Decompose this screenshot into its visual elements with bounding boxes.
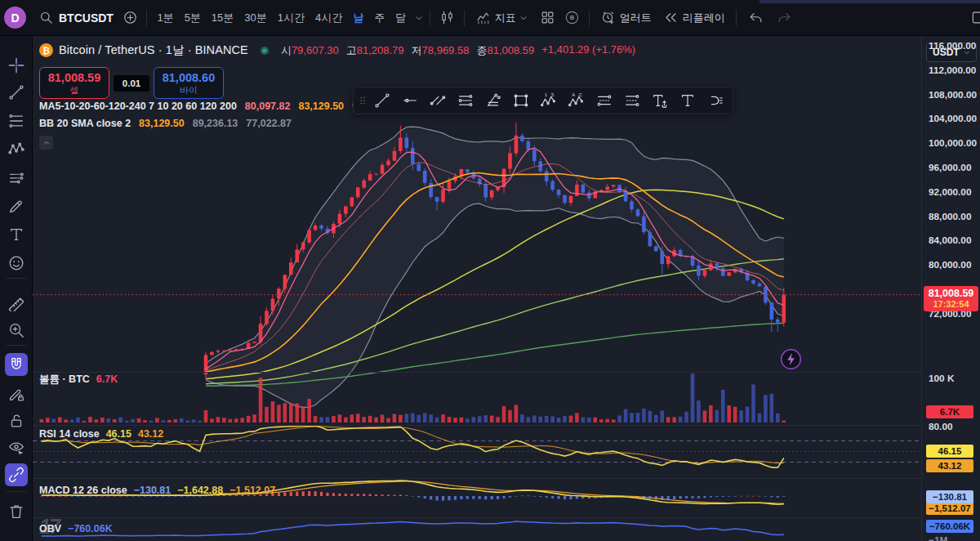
instant-order-lightning-icon[interactable] <box>780 348 802 370</box>
macd-pane-label[interactable]: MACD 12 26 close −130.81 −1,642.88 −1,51… <box>39 485 275 496</box>
sidebar-tool-crosshair-icon[interactable] <box>5 54 28 77</box>
macd-value: −1,642.88 <box>177 485 223 496</box>
buy-button[interactable]: 81,008.60 바이 <box>154 67 224 99</box>
macd-signal-value: −1,512.07 <box>229 485 275 496</box>
divider <box>589 10 590 26</box>
draw-tool-schematic-fork-icon[interactable] <box>702 89 729 112</box>
price-tick: 84,000.00 <box>929 235 971 246</box>
volume-pane-label[interactable]: 볼륨 · BTC 6.7K <box>39 373 118 387</box>
draw-tool-trend-line-icon[interactable] <box>368 89 396 112</box>
chart-title[interactable]: Bitcoin / TetherUS · 1날 · BINANCE <box>59 42 248 58</box>
sell-button[interactable]: 81,008.59 셀 <box>39 67 109 99</box>
draw-tool-dotted-channel-icon[interactable] <box>590 89 618 112</box>
divider <box>430 10 430 26</box>
pane-separator[interactable] <box>33 517 980 518</box>
price-tick: 88,000.00 <box>929 211 971 222</box>
floating-drawing-toolbar[interactable]: 15AC <box>353 87 733 114</box>
timeframe-날[interactable]: 날 <box>348 11 369 25</box>
high-value: 81,208.79 <box>357 44 404 56</box>
symbol-search[interactable]: BTCUSDT <box>33 6 119 30</box>
price-tick: 112,000.00 <box>929 65 976 76</box>
chart-area[interactable]: ₿ Bitcoin / TetherUS · 1날 · BINANCE 시79,… <box>33 36 921 541</box>
ohlc-values: 시79,607.30 고81,208.79 저78,969.58 종81,008… <box>281 43 635 58</box>
draw-tool-drag-handle-icon[interactable] <box>357 89 368 112</box>
rsi-pane-label[interactable]: RSI 14 close 46.15 43.12 <box>39 428 163 440</box>
sidebar-tool-trendline-icon[interactable] <box>5 81 28 104</box>
replay-button[interactable]: 리플레이 <box>657 6 731 30</box>
sidebar-tool-forecast-icon[interactable] <box>5 166 28 189</box>
draw-tool-rectangle-icon[interactable] <box>507 89 535 112</box>
macd-hist-badge: −130.81 <box>926 490 973 503</box>
draw-tool-parallel-lines-icon[interactable] <box>452 89 479 112</box>
timeframe-15분[interactable]: 15분 <box>206 11 238 25</box>
redo-icon <box>770 10 799 25</box>
chart-style-icon[interactable] <box>435 10 459 25</box>
sidebar-tool-text-tool-icon[interactable] <box>5 223 28 246</box>
volume-axis-tick: 100 K <box>929 373 954 384</box>
trade-buttons: 81,008.59 셀 0.01 81,008.60 바이 <box>39 67 224 99</box>
indicators-icon <box>475 10 491 25</box>
replay-icon <box>663 10 679 25</box>
sidebar-tool-link-icon[interactable] <box>5 463 28 486</box>
change-value: +1,401.29 (+1.76%) <box>541 43 635 58</box>
pane-separator[interactable] <box>33 478 980 479</box>
spread-value: 0.01 <box>114 75 149 92</box>
sidebar-tool-eye-cursor-icon[interactable] <box>5 436 28 459</box>
ma-indicator-row[interactable]: MA5-10-20-60-120-240 7 10 20 60 120 200 … <box>39 101 363 112</box>
sidebar-tool-ruler-icon[interactable] <box>5 291 28 314</box>
obv-pane-label[interactable]: OBV −760.06K <box>39 523 113 534</box>
draw-tool-horizontal-ray-icon[interactable] <box>396 89 424 112</box>
timeframe-4시간[interactable]: 4시간 <box>310 11 348 25</box>
svg-text:C: C <box>578 92 582 97</box>
pane-separator[interactable] <box>33 372 980 373</box>
drawing-sidebar <box>0 36 33 541</box>
timeframe-달[interactable]: 달 <box>390 11 412 25</box>
timeframe-1분[interactable]: 1분 <box>152 11 179 25</box>
search-icon <box>38 10 54 25</box>
sidebar-tool-trash-icon[interactable] <box>5 500 28 523</box>
panel-right-icon[interactable] <box>971 10 980 25</box>
indicators-button[interactable]: 지표 <box>470 6 535 30</box>
sidebar-tool-zoom-in-icon[interactable] <box>5 319 28 342</box>
sidebar-tool-xabcd-icon[interactable] <box>5 137 28 160</box>
draw-tool-anchored-text-icon[interactable] <box>646 89 674 112</box>
timeframe-5분[interactable]: 5분 <box>179 11 206 25</box>
symbol-label: BTCUSDT <box>59 11 114 25</box>
timeframe-30분[interactable]: 30분 <box>239 11 272 25</box>
sidebar-tool-magnet-icon[interactable] <box>5 353 28 376</box>
draw-tool-abc-pattern-icon[interactable]: AC <box>563 89 590 112</box>
price-tick: 96,000.00 <box>929 162 971 173</box>
chevron-up-icon <box>42 138 51 148</box>
draw-tool-pitchfork-lines-icon[interactable] <box>479 89 507 112</box>
window-top-strip <box>760 0 980 3</box>
macd-hist-value: −130.81 <box>134 485 172 496</box>
sidebar-tool-edit-lock-icon[interactable] <box>5 382 28 405</box>
sidebar-tool-fib-lines-icon[interactable] <box>5 110 28 132</box>
macd-signal-badge: −1,512.07 <box>926 502 973 515</box>
sidebar-tool-lock-open-icon[interactable] <box>5 409 28 432</box>
rsi-axis-tick: 80.00 <box>929 421 953 432</box>
layout-grid-icon[interactable] <box>535 10 560 25</box>
broker-b-badge-icon[interactable]: B <box>560 10 584 25</box>
draw-tool-cross-trend-icon[interactable] <box>424 89 452 112</box>
alert-button[interactable]: 얼러트 <box>595 6 657 30</box>
bb-value-3: 77,022.87 <box>246 118 292 129</box>
collapse-indicators-button[interactable] <box>39 136 53 150</box>
timeframe-주[interactable]: 주 <box>369 11 390 25</box>
rsi-value: 46.15 <box>106 428 131 440</box>
timeframe-1시간[interactable]: 1시간 <box>272 11 310 25</box>
draw-tool-elliott-wave-icon[interactable]: 15 <box>535 89 563 112</box>
user-avatar[interactable]: D <box>4 7 26 29</box>
chevron-down-icon[interactable] <box>413 12 425 24</box>
pane-separator[interactable] <box>33 425 980 426</box>
market-status-icon[interactable] <box>261 47 269 55</box>
add-symbol-icon[interactable] <box>122 10 138 25</box>
sidebar-tool-brush-icon[interactable] <box>5 194 28 217</box>
svg-text:1: 1 <box>545 92 548 97</box>
bb-indicator-row[interactable]: BB 20 SMA close 2 83,129.50 89,236.13 77… <box>39 118 292 129</box>
sidebar-tool-emoji-icon[interactable] <box>5 252 28 275</box>
draw-tool-text-plain-icon[interactable] <box>674 89 702 112</box>
draw-tool-dotted-channel2-icon[interactable] <box>618 89 646 112</box>
price-axis[interactable]: USDT 116,000.00112,000.00108,000.00104,0… <box>921 36 980 541</box>
undo-icon[interactable] <box>742 10 770 25</box>
